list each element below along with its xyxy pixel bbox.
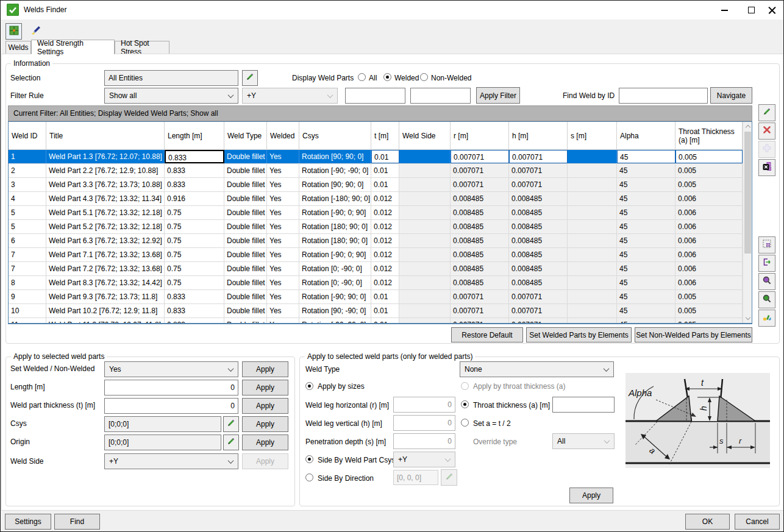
table-cell[interactable]: Weld Part 9.3 [76.72; 13.73; 11.8] xyxy=(46,290,165,303)
edit-origin-button[interactable] xyxy=(223,434,239,450)
table-cell[interactable]: 0.007071 xyxy=(451,178,509,191)
table-cell[interactable]: 0.833 xyxy=(165,290,224,303)
table-cell[interactable]: 0.01 xyxy=(371,290,399,303)
column-header[interactable]: t [m] xyxy=(371,122,399,149)
table-cell[interactable] xyxy=(399,248,451,261)
table-cell[interactable] xyxy=(399,150,451,163)
table-cell[interactable]: 0.007071 xyxy=(509,318,568,324)
table-cell[interactable]: 0.008485 xyxy=(451,206,509,219)
column-header[interactable]: r [m] xyxy=(451,122,509,149)
table-cell[interactable]: 0.833 xyxy=(165,150,224,163)
throat-thickness-input[interactable] xyxy=(552,397,615,413)
ok-button[interactable]: OK xyxy=(685,514,730,530)
scrollbar-thumb[interactable] xyxy=(744,132,751,254)
cancel-button[interactable]: Cancel xyxy=(735,514,780,530)
table-cell[interactable] xyxy=(399,304,451,317)
table-cell[interactable]: Double fillet xyxy=(224,304,267,317)
table-cell[interactable]: 0.012 xyxy=(371,248,399,261)
table-cell[interactable]: 0.01 xyxy=(371,150,399,163)
table-cell[interactable]: Double fillet xyxy=(224,164,267,177)
set-a-radio[interactable] xyxy=(461,419,469,427)
table-cell[interactable]: 0.005 xyxy=(675,290,743,303)
table-cell[interactable]: 0.833 xyxy=(165,318,224,324)
table-cell[interactable]: 5 xyxy=(9,206,46,219)
table-cell[interactable]: 2 xyxy=(9,164,46,177)
restore-default-button[interactable]: Restore Default xyxy=(451,327,523,342)
table-cell[interactable]: 0.005 xyxy=(675,178,743,191)
table-cell[interactable]: Double fillet xyxy=(224,262,267,275)
table-cell[interactable]: Double fillet xyxy=(224,234,267,247)
table-cell[interactable]: 7 xyxy=(9,248,46,261)
table-cell[interactable]: Weld Part 7.1 [76.72; 13.32; 13.68] xyxy=(46,248,165,261)
table-cell[interactable]: Rotation [180; 90; 0] xyxy=(299,220,371,233)
table-cell[interactable]: 0.008485 xyxy=(509,262,568,275)
table-cell[interactable]: 45 xyxy=(617,220,675,233)
table-cell[interactable]: 0.008485 xyxy=(451,192,509,205)
table-cell[interactable]: 0.01 xyxy=(371,318,399,324)
table-cell[interactable]: 0.008485 xyxy=(451,248,509,261)
table-cell[interactable]: 10 xyxy=(9,304,46,317)
table-scrollbar[interactable] xyxy=(743,122,752,323)
table-cell[interactable]: 0.007071 xyxy=(509,164,568,177)
table-cell[interactable]: Rotation [0; -90; 0] xyxy=(299,276,371,289)
table-cell[interactable]: 45 xyxy=(617,276,675,289)
table-cell[interactable]: 45 xyxy=(617,164,675,177)
table-cell[interactable]: 0.01 xyxy=(371,304,399,317)
find-button[interactable]: Find xyxy=(54,514,100,530)
table-cell[interactable]: Yes xyxy=(267,262,299,275)
table-cell[interactable]: 8 xyxy=(9,276,46,289)
table-cell[interactable]: 0.007071 xyxy=(509,150,568,163)
table-cell[interactable]: 0.006 xyxy=(675,220,743,233)
table-cell[interactable]: Weld Part 7.2 [76.72; 13.32; 13.68] xyxy=(46,262,165,275)
table-cell[interactable] xyxy=(568,178,617,191)
table-cell[interactable]: Yes xyxy=(267,234,299,247)
table-cell[interactable]: 0.008485 xyxy=(509,220,568,233)
table-cell[interactable]: Yes xyxy=(267,290,299,303)
table-cell[interactable]: Yes xyxy=(267,178,299,191)
table-cell[interactable]: Rotation [180; 90; 0] xyxy=(299,234,371,247)
table-cell[interactable]: 45 xyxy=(617,150,675,163)
edit-selection-button[interactable] xyxy=(242,70,258,86)
table-cell[interactable]: 0.01 xyxy=(371,178,399,191)
select-elements-button[interactable] xyxy=(758,236,775,254)
column-header[interactable]: Weld Type xyxy=(224,122,267,149)
table-row[interactable]: 3Weld Part 3.3 [76.72; 13.73; 10.88]0.83… xyxy=(9,178,752,192)
table-cell[interactable]: 45 xyxy=(617,304,675,317)
table-cell[interactable] xyxy=(399,234,451,247)
table-cell[interactable]: Weld Part 5.1 [76.72; 13.32; 12.18] xyxy=(46,206,165,219)
table-cell[interactable] xyxy=(568,150,617,163)
column-header[interactable]: Weld ID xyxy=(9,122,46,149)
table-cell[interactable] xyxy=(568,304,617,317)
table-cell[interactable] xyxy=(399,262,451,275)
close-button[interactable] xyxy=(761,1,782,20)
column-header[interactable]: Throat Thickness (a) [m] xyxy=(675,122,743,149)
table-cell[interactable]: Double fillet xyxy=(224,206,267,219)
table-cell[interactable] xyxy=(568,262,617,275)
table-cell[interactable]: Weld Part 8.3 [76.72; 13.32; 14.42] xyxy=(46,276,165,289)
column-header[interactable]: Welded xyxy=(267,122,299,149)
table-cell[interactable]: 0.008485 xyxy=(509,192,568,205)
throat-thickness-radio[interactable] xyxy=(461,400,469,408)
table-cell[interactable]: 0.007071 xyxy=(509,304,568,317)
tab-weld-strength-settings[interactable]: Weld Strength Settings xyxy=(31,40,115,54)
export-button[interactable] xyxy=(758,255,775,272)
table-cell[interactable] xyxy=(568,318,617,324)
display-all-radio[interactable] xyxy=(358,73,366,81)
tab-welds[interactable]: Welds xyxy=(5,41,31,54)
table-cell[interactable]: 0.007071 xyxy=(451,290,509,303)
table-cell[interactable]: Yes xyxy=(267,220,299,233)
table-cell[interactable]: 45 xyxy=(617,262,675,275)
table-cell[interactable]: Yes xyxy=(267,150,299,163)
table-cell[interactable] xyxy=(568,276,617,289)
table-cell[interactable] xyxy=(568,220,617,233)
thickness-input[interactable] xyxy=(104,398,238,414)
table-cell[interactable] xyxy=(399,164,451,177)
table-cell[interactable]: Rotation [-90; 90; 0] xyxy=(299,318,371,324)
table-cell[interactable]: 0.008485 xyxy=(509,248,568,261)
table-cell[interactable]: Double fillet xyxy=(224,220,267,233)
table-cell[interactable]: 0.75 xyxy=(165,234,224,247)
table-cell[interactable]: 0.006 xyxy=(675,276,743,289)
filter-rule-combo[interactable]: Show all xyxy=(104,88,238,104)
table-cell[interactable]: 0.006 xyxy=(675,262,743,275)
table-cell[interactable]: Weld Part 11.3 [76.72; 12.07; 11.8] xyxy=(46,318,165,324)
